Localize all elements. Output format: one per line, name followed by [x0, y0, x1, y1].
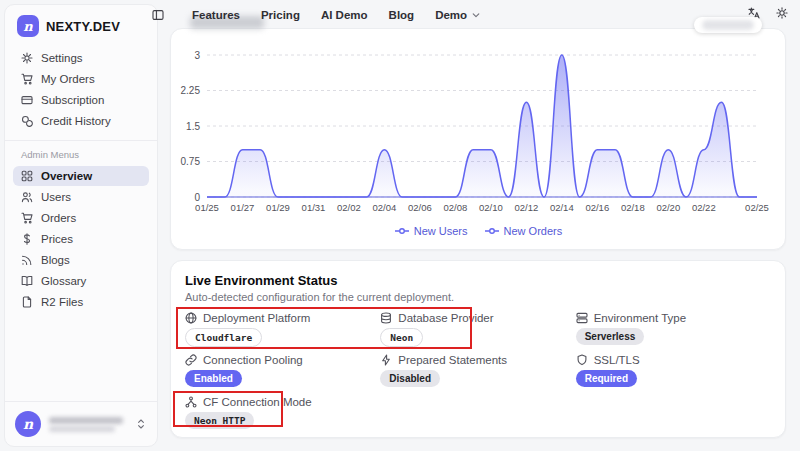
nav-link-ai-demo[interactable]: AI Demo [321, 9, 368, 21]
sidebar-item-overview[interactable]: Overview [13, 166, 149, 186]
link-icon [185, 354, 197, 366]
sidebar: n NEXTY.DEV SettingsMy OrdersSubscriptio… [4, 4, 158, 447]
sidebar-menu: SettingsMy OrdersSubscriptionCredit Hist… [5, 45, 157, 134]
status-badge: Required [576, 370, 637, 387]
nav-link-blog[interactable]: Blog [389, 9, 415, 21]
status-card-subtitle: Auto-detected configuration for the curr… [185, 291, 771, 303]
sidebar-item-users[interactable]: Users [13, 187, 149, 207]
status-item-label: Connection Pooling [185, 354, 380, 366]
shield-icon [576, 354, 588, 366]
server-icon [576, 312, 588, 324]
rss-icon [21, 254, 33, 266]
svg-text:01/29: 01/29 [266, 202, 290, 213]
blurred-region [49, 417, 123, 424]
chart-legend: New UsersNew Orders [171, 225, 785, 237]
svg-text:02/22: 02/22 [692, 202, 716, 213]
status-item-connection-pooling: Connection PoolingEnabled [185, 354, 380, 388]
annotation-highlight-box-1 [176, 307, 472, 349]
svg-text:02/04: 02/04 [373, 202, 397, 213]
legend-item-new-orders: New Orders [484, 225, 563, 237]
status-badge: Enabled [185, 370, 242, 387]
sidebar-item-label: My Orders [41, 73, 95, 85]
coins-icon [21, 115, 33, 127]
sidebar-item-label: Blogs [41, 254, 70, 266]
svg-text:1.5: 1.5 [186, 121, 200, 132]
sidebar-item-r2-files[interactable]: R2 Files [13, 292, 149, 312]
status-item-label: Environment Type [576, 312, 771, 324]
sidebar-item-label: R2 Files [41, 296, 83, 308]
svg-text:02/10: 02/10 [479, 202, 503, 213]
status-item-environment-type: Environment TypeServerless [576, 312, 771, 346]
status-item-prepared-statements: Prepared StatementsDisabled [380, 354, 575, 388]
svg-text:02/12: 02/12 [515, 202, 539, 213]
svg-text:02/16: 02/16 [585, 202, 609, 213]
chevrons-up-down-icon[interactable] [135, 418, 147, 430]
nav-link-pricing[interactable]: Pricing [261, 9, 300, 21]
file-icon [21, 296, 33, 308]
topbar-nav: Features Pricing AI Demo Blog Demo [192, 9, 482, 21]
sidebar-divider [5, 140, 157, 141]
legend-line-marker-icon [394, 226, 410, 236]
book-icon [21, 275, 33, 287]
sidebar-item-credit-history[interactable]: Credit History [13, 111, 149, 131]
sidebar-item-label: Credit History [41, 115, 111, 127]
svg-text:02/20: 02/20 [656, 202, 680, 213]
svg-text:02/02: 02/02 [337, 202, 361, 213]
sidebar-spacer [5, 315, 157, 401]
legend-label: New Users [414, 225, 468, 237]
brand-logo-icon: n [17, 15, 39, 37]
svg-text:0: 0 [194, 192, 200, 203]
sidebar-item-orders[interactable]: Orders [13, 208, 149, 228]
status-item-ssl-tls: SSL/TLSRequired [576, 354, 771, 388]
avatar: n [15, 411, 41, 437]
svg-text:01/25: 01/25 [195, 202, 219, 213]
svg-text:02/18: 02/18 [621, 202, 645, 213]
svg-text:3: 3 [194, 50, 200, 61]
sun-icon[interactable] [776, 7, 788, 19]
sidebar-item-my-orders[interactable]: My Orders [13, 69, 149, 89]
area-chart: 00.751.52.25301/2501/2701/2901/3102/0202… [171, 45, 787, 225]
cart-icon [21, 212, 33, 224]
svg-text:2.25: 2.25 [181, 85, 201, 96]
panel-left-icon[interactable] [150, 7, 166, 23]
blurred-user-name [49, 415, 127, 434]
svg-text:02/06: 02/06 [408, 202, 432, 213]
sidebar-item-label: Settings [41, 52, 83, 64]
sidebar-item-label: Glossary [41, 275, 86, 287]
nav-link-demo-label: Demo [435, 9, 467, 21]
legend-item-new-users: New Users [394, 225, 468, 237]
blurred-region [49, 426, 115, 432]
status-badge: Serverless [576, 328, 645, 345]
nav-link-features[interactable]: Features [192, 9, 240, 21]
svg-text:01/31: 01/31 [302, 202, 326, 213]
dollar-icon [21, 233, 33, 245]
blurred-region [694, 17, 762, 33]
sidebar-item-blogs[interactable]: Blogs [13, 250, 149, 270]
sidebar-item-settings[interactable]: Settings [13, 48, 149, 68]
user-menu[interactable]: n [5, 401, 157, 446]
status-card-title: Live Environment Status [185, 273, 771, 288]
svg-text:0.75: 0.75 [181, 156, 201, 167]
sidebar-item-label: Subscription [41, 94, 104, 106]
sidebar-item-subscription[interactable]: Subscription [13, 90, 149, 110]
nav-link-demo[interactable]: Demo [435, 9, 482, 21]
grid-icon [21, 170, 33, 182]
sidebar-item-label: Orders [41, 212, 76, 224]
svg-text:02/25: 02/25 [745, 202, 769, 213]
brand-logo[interactable]: n NEXTY.DEV [5, 5, 157, 45]
sidebar-admin-menu: OverviewUsersOrdersPricesBlogsGlossaryR2… [5, 163, 157, 315]
status-badge: Disabled [380, 370, 440, 387]
chevron-down-icon [470, 9, 482, 21]
zap-icon [380, 354, 392, 366]
cart-icon [21, 73, 33, 85]
users-icon [21, 191, 33, 203]
legend-label: New Orders [504, 225, 563, 237]
svg-text:02/14: 02/14 [550, 202, 574, 213]
gear-icon [21, 52, 33, 64]
status-card: Live Environment Status Auto-detected co… [170, 260, 786, 438]
card-icon [21, 94, 33, 106]
status-item-label: SSL/TLS [576, 354, 771, 366]
sidebar-item-prices[interactable]: Prices [13, 229, 149, 249]
sidebar-item-glossary[interactable]: Glossary [13, 271, 149, 291]
sidebar-item-label: Users [41, 191, 71, 203]
